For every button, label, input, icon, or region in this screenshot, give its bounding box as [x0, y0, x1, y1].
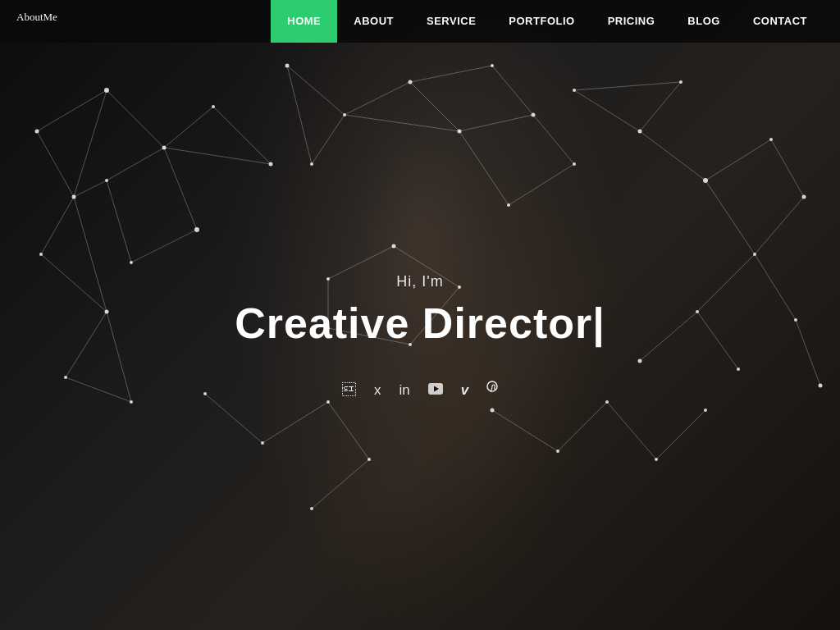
vimeo-icon[interactable]: v — [461, 382, 468, 399]
nav-item-blog[interactable]: BLOG — [671, 0, 737, 43]
logo-text: AboutMe — [16, 11, 57, 32]
nav-item-service[interactable]: SERVICE — [410, 0, 492, 43]
hero-title: Creative Director — [235, 299, 605, 348]
hero-section: AboutMe HOME ABOUT SERVICE PORTFOLIO PRI… — [0, 0, 840, 630]
nav-link-blog[interactable]: BLOG — [671, 0, 737, 43]
nav-link-about[interactable]: ABOUT — [337, 0, 410, 43]
social-icons:  x in v — [342, 381, 498, 399]
pinterest-icon[interactable] — [486, 381, 498, 399]
navigation: AboutMe HOME ABOUT SERVICE PORTFOLIO PRI… — [0, 0, 840, 43]
hero-greeting: Hi, I'm — [396, 273, 443, 290]
linkedin-icon[interactable]: in — [399, 382, 409, 399]
nav-link-portfolio[interactable]: PORTFOLIO — [492, 0, 591, 43]
nav-link-home[interactable]: HOME — [271, 0, 337, 43]
nav-item-contact[interactable]: CONTACT — [737, 0, 824, 43]
nav-link-pricing[interactable]: PRICING — [591, 0, 672, 43]
youtube-icon[interactable] — [428, 382, 443, 399]
nav-item-home[interactable]: HOME — [271, 0, 337, 43]
twitter-icon[interactable]: x — [374, 382, 381, 399]
logo-sub: Me — [43, 11, 57, 23]
nav-item-pricing[interactable]: PRICING — [591, 0, 672, 43]
youtube-svg — [428, 383, 443, 395]
site-logo[interactable]: AboutMe — [16, 11, 57, 33]
facebook-icon[interactable]:  — [342, 382, 356, 399]
nav-item-about[interactable]: ABOUT — [337, 0, 410, 43]
nav-item-portfolio[interactable]: PORTFOLIO — [492, 0, 591, 43]
nav-links: HOME ABOUT SERVICE PORTFOLIO PRICING BLO… — [271, 0, 824, 43]
nav-link-contact[interactable]: CONTACT — [737, 0, 824, 43]
pinterest-svg — [486, 381, 498, 395]
nav-link-service[interactable]: SERVICE — [410, 0, 492, 43]
hero-content: Hi, I'm Creative Director  x in v — [0, 0, 840, 630]
